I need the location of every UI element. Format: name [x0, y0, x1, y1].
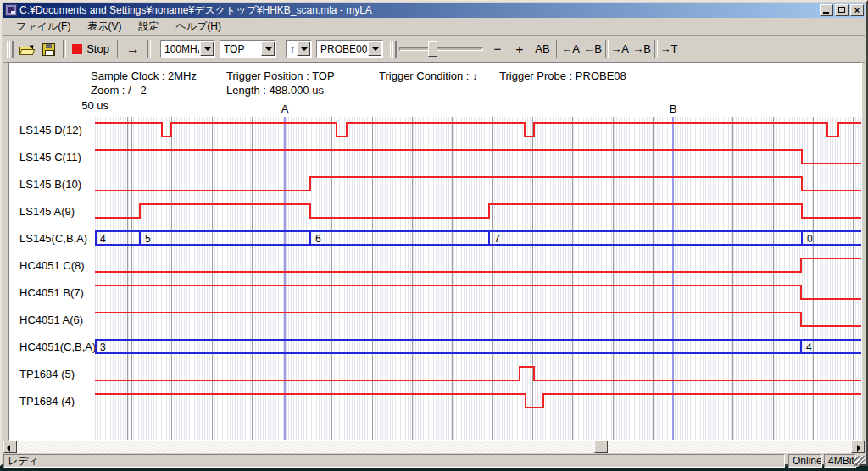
menu-bar: ファイル(F) 表示(V) 設定 ヘルプ(H)	[3, 19, 865, 36]
trigger-edge-combo[interactable]: ↑	[286, 40, 312, 58]
chevron-down-icon[interactable]	[297, 42, 310, 56]
stop-label: Stop	[86, 42, 109, 55]
toolbar: Stop → 100MHz TOP ↑ PROBE00 − + AB ←A ←B	[3, 36, 865, 63]
goto-marker-a-button[interactable]: ←A	[559, 39, 581, 58]
horizontal-scrollbar[interactable]	[3, 441, 865, 453]
channel-labels-column: LS145 D(12)LS145 C(11)LS145 B(10)LS145 A…	[9, 117, 95, 440]
channel-label[interactable]: HC4051 C(8)	[19, 252, 85, 280]
menu-file[interactable]: ファイル(F)	[10, 18, 76, 36]
goto-marker-b-button[interactable]: ←B	[581, 39, 604, 58]
zoom-slider-track[interactable]	[399, 47, 483, 51]
scroll-right-button[interactable]	[851, 441, 865, 453]
waveform-panel: Sample Clock : 2MHz Trigger Position : T…	[8, 62, 862, 441]
trigger-probe-combo[interactable]: PROBE00	[316, 40, 383, 58]
status-memory: 4MBit	[824, 454, 856, 468]
zoom-out-button[interactable]: −	[488, 39, 507, 58]
menu-settings[interactable]: 設定	[132, 18, 164, 36]
channel-label[interactable]: HC4051 A(6)	[19, 307, 83, 334]
bus-value: 4	[806, 341, 812, 353]
channel-label[interactable]: LS145(C,B,A)	[19, 225, 87, 252]
channel-label[interactable]: LS145 C(11)	[19, 144, 81, 171]
ab-button[interactable]: AB	[531, 39, 554, 58]
timebase-label: 50 us	[70, 99, 108, 112]
app-icon	[5, 4, 17, 16]
digital-trace	[95, 123, 861, 136]
chevron-down-icon[interactable]	[200, 42, 214, 56]
digital-trace	[95, 204, 861, 218]
digital-trace	[95, 313, 861, 326]
sample-clock-combo[interactable]: 100MHz	[160, 40, 215, 58]
marker-a-label: A	[279, 103, 291, 116]
status-online: Online	[788, 454, 822, 468]
bus-value: 4	[100, 233, 106, 245]
scrollbar-thumb[interactable]	[594, 441, 608, 453]
bus-value: 6	[315, 233, 321, 245]
chevron-down-icon[interactable]	[368, 42, 381, 56]
menu-help[interactable]: ヘルプ(H)	[170, 18, 227, 36]
status-bar: レディ Online 4MBit	[3, 454, 865, 468]
run-button[interactable]: →	[122, 39, 144, 58]
channel-label[interactable]: LS145 D(12)	[19, 117, 82, 144]
open-file-button[interactable]	[16, 39, 37, 58]
info-length: Length : 488.000 us	[226, 84, 324, 97]
maximize-button[interactable]	[835, 4, 849, 16]
info-zoom: Zoom : / 2	[91, 84, 147, 97]
waveform-plot[interactable]: 4567034	[95, 117, 861, 440]
minimize-icon	[823, 12, 829, 14]
toolbar-separator	[117, 40, 120, 58]
set-marker-b-button[interactable]: →B	[631, 39, 653, 58]
stop-button[interactable]: Stop	[68, 39, 114, 58]
goto-trigger-button[interactable]: →T	[658, 39, 680, 58]
status-ready: レディ	[3, 454, 785, 468]
bus-value: 5	[145, 233, 151, 245]
channel-label[interactable]: LS145 B(10)	[19, 171, 81, 198]
info-sample-clock: Sample Clock : 2MHz	[91, 69, 197, 82]
bus-trace: 45670	[95, 231, 861, 245]
digital-trace	[95, 285, 861, 299]
bus-value: 0	[807, 233, 813, 245]
save-floppy-icon	[42, 43, 55, 56]
toolbar-separator	[63, 40, 66, 58]
digital-trace	[95, 394, 861, 407]
marker-b-label: B	[667, 103, 679, 116]
bus-trace: 34	[95, 340, 861, 353]
trigger-position-value: TOP	[224, 43, 260, 55]
toolbar-grip[interactable]	[7, 41, 14, 58]
channel-label[interactable]: HC4051 B(7)	[19, 280, 84, 307]
app-window: C:¥Documents and Settings¥noname¥デスクトップ¥…	[0, 0, 868, 466]
waveform-traces: 4567034	[95, 117, 861, 440]
bus-value: 3	[100, 341, 106, 353]
minimize-button[interactable]	[820, 4, 833, 16]
info-trigger-probe: Trigger Probe : PROBE08	[499, 69, 626, 82]
zoom-in-button[interactable]: +	[510, 39, 529, 58]
channel-label[interactable]: HC4051(C,B,A)	[19, 334, 95, 361]
digital-trace	[95, 258, 861, 272]
digital-trace	[95, 150, 861, 163]
stop-square-icon	[72, 44, 82, 54]
digital-trace	[95, 367, 861, 380]
channel-label[interactable]: LS145 A(9)	[19, 198, 75, 225]
bus-value: 7	[494, 233, 500, 245]
chevron-down-icon[interactable]	[261, 42, 275, 56]
close-button[interactable]: ×	[850, 4, 864, 16]
save-file-button[interactable]	[38, 39, 59, 58]
channel-label[interactable]: TP1684 (5)	[19, 361, 75, 388]
maximize-icon	[838, 7, 845, 13]
resize-grip[interactable]	[854, 456, 865, 467]
set-marker-a-button[interactable]: →A	[609, 39, 631, 58]
window-title: C:¥Documents and Settings¥noname¥デスクトップ¥…	[19, 3, 818, 18]
title-bar: C:¥Documents and Settings¥noname¥デスクトップ¥…	[3, 3, 865, 18]
toolbar-separator	[147, 40, 151, 58]
digital-trace	[95, 177, 861, 191]
info-trigger-condition: Trigger Condition : ↓	[379, 69, 478, 82]
zoom-slider-handle[interactable]	[428, 41, 437, 57]
toolbar-grip[interactable]	[390, 41, 397, 58]
open-folder-icon	[19, 44, 35, 55]
info-trigger-position: Trigger Position : TOP	[226, 69, 335, 82]
scroll-left-button[interactable]	[3, 441, 17, 453]
sample-clock-value: 100MHz	[164, 43, 199, 55]
channel-label[interactable]: TP1684 (4)	[19, 388, 75, 415]
menu-view[interactable]: 表示(V)	[81, 18, 127, 36]
trigger-probe-value: PROBE00	[320, 43, 367, 55]
trigger-position-combo[interactable]: TOP	[220, 40, 276, 58]
